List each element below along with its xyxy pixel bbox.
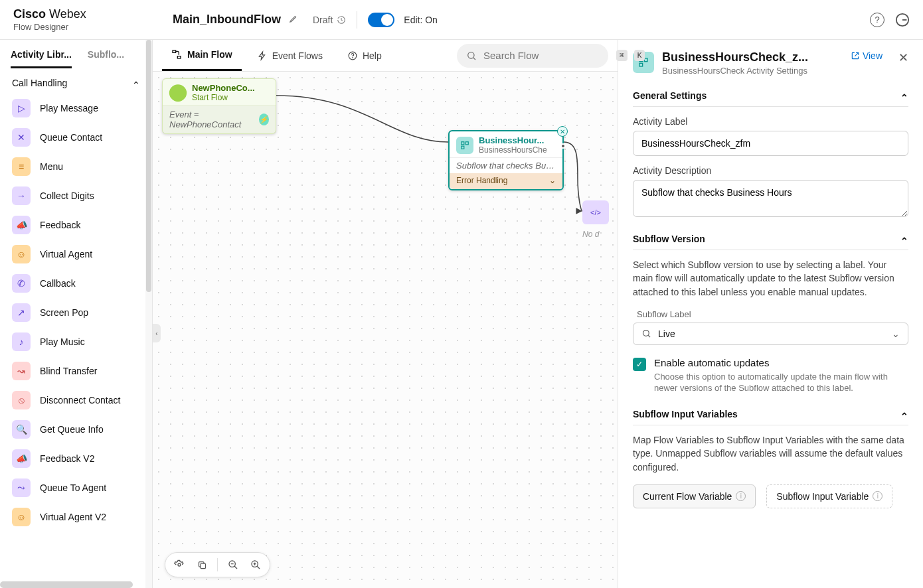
activity-icon: 🔍 bbox=[12, 420, 31, 439]
activity-icon: ⦸ bbox=[12, 391, 31, 409]
input-activity-label[interactable] bbox=[633, 131, 908, 156]
activity-item-play-message[interactable]: ▷Play Message bbox=[7, 94, 145, 123]
activity-item-play-music[interactable]: ♪Play Music bbox=[7, 327, 145, 356]
app-header: Cisco Webex Flow Designer Main_InboundFl… bbox=[0, 0, 923, 40]
start-node-subtitle: Start Flow bbox=[192, 93, 255, 102]
zoom-out-icon[interactable] bbox=[226, 557, 240, 572]
svg-rect-10 bbox=[201, 563, 206, 569]
activity-label: Virtual Agent V2 bbox=[40, 512, 106, 522]
input-activity-description[interactable] bbox=[633, 180, 908, 217]
svg-rect-15 bbox=[639, 63, 643, 66]
sidebar-scrollbar[interactable] bbox=[145, 40, 152, 588]
svg-point-9 bbox=[178, 563, 181, 566]
activity-icon: ☺ bbox=[12, 245, 31, 263]
sidebar-tab-activity-library[interactable]: Activity Libr... bbox=[11, 49, 72, 68]
activity-item-virtual-agent[interactable]: ☺Virtual Agent bbox=[7, 240, 145, 269]
subflow-version-desc: Select which Subflow version to use by s… bbox=[633, 258, 908, 299]
activity-item-feedback[interactable]: 📣Feedback bbox=[7, 210, 145, 240]
activity-item-queue-contact[interactable]: ✕Queue Contact bbox=[7, 123, 145, 152]
auto-updates-label: Enable automatic updates bbox=[654, 357, 908, 368]
activity-icon: 📣 bbox=[12, 449, 31, 468]
edit-name-icon[interactable] bbox=[289, 14, 298, 25]
activity-item-callback[interactable]: ✆Callback bbox=[7, 269, 145, 298]
start-event-label: Event = NewPhoneContact bbox=[169, 110, 259, 129]
svg-rect-2 bbox=[177, 56, 181, 58]
tab-event-flows[interactable]: Event Flows bbox=[248, 40, 332, 71]
activity-label: Get Queue Info bbox=[40, 424, 104, 435]
tab-main-flow[interactable]: Main Flow bbox=[162, 40, 242, 71]
draft-status: Draft bbox=[313, 15, 346, 25]
activity-icon: 📣 bbox=[12, 216, 31, 234]
chevron-up-icon bbox=[132, 78, 140, 88]
subflow-icon bbox=[456, 137, 473, 154]
label-subflow-label: Subflow Label bbox=[637, 309, 908, 319]
activity-label: Screen Pop bbox=[40, 307, 88, 318]
bh-node-description: Subflow that checks Busin... bbox=[450, 157, 562, 173]
label-activity-label: Activity Label bbox=[633, 116, 908, 127]
info-icon: i bbox=[873, 491, 882, 501]
zoom-in-icon[interactable] bbox=[248, 557, 263, 572]
close-panel-icon[interactable]: ✕ bbox=[898, 50, 908, 65]
current-flow-variable-button[interactable]: Current Flow Variablei bbox=[633, 484, 756, 508]
sidebar-h-scroll-thumb[interactable] bbox=[0, 581, 133, 588]
view-link[interactable]: View bbox=[851, 50, 882, 61]
svg-rect-6 bbox=[461, 141, 464, 144]
svg-rect-1 bbox=[173, 50, 176, 52]
svg-rect-7 bbox=[465, 141, 468, 144]
activity-item-screen-pop[interactable]: ↗Screen Pop bbox=[7, 298, 145, 327]
checkbox-auto-updates[interactable]: ✓ bbox=[633, 358, 646, 371]
node-http[interactable]: </> bbox=[582, 200, 609, 224]
tab-help[interactable]: Help bbox=[339, 40, 391, 71]
brand-bold: Cisco bbox=[13, 7, 46, 21]
chevron-up-icon bbox=[900, 90, 908, 101]
subflow-input-variable-button[interactable]: Subflow Input Variablei bbox=[766, 484, 892, 508]
activity-item-queue-to-agent[interactable]: ⤳Queue To Agent bbox=[7, 473, 145, 502]
activity-icon: ✆ bbox=[12, 274, 31, 293]
bh-node-title: BusinessHour... bbox=[479, 135, 547, 145]
activity-item-menu[interactable]: ≡Menu bbox=[7, 152, 145, 181]
error-handling-toggle[interactable]: Error Handling ⌄ bbox=[450, 173, 562, 189]
activity-label: Disconnect Contact bbox=[40, 395, 120, 405]
node-output-port[interactable] bbox=[560, 143, 566, 149]
activity-item-virtual-agent-v2[interactable]: ☺Virtual Agent V2 bbox=[7, 502, 145, 532]
section-call-handling[interactable]: Call Handling bbox=[0, 68, 152, 91]
section-subflow-input-variables[interactable]: Subflow Input Variables bbox=[633, 409, 908, 425]
activity-icon: ⤳ bbox=[12, 478, 31, 497]
flow-canvas-area: Main Flow Event Flows Help ⌘ K ‹ bbox=[153, 40, 618, 588]
copy-icon[interactable] bbox=[195, 557, 209, 572]
help-icon[interactable]: ? bbox=[870, 13, 884, 27]
bolt-badge-icon: ⚡ bbox=[259, 113, 269, 125]
delete-node-icon[interactable]: ✕ bbox=[557, 126, 568, 137]
label-activity-description: Activity Description bbox=[633, 165, 908, 176]
activity-item-feedback-v2[interactable]: 📣Feedback V2 bbox=[7, 444, 145, 473]
settings-icon[interactable] bbox=[172, 557, 187, 572]
activity-label: Blind Transfer bbox=[40, 366, 97, 376]
canvas[interactable]: ‹ NewPhoneCo... Start Flow Event = Ne bbox=[153, 72, 618, 588]
activity-item-blind-transfer[interactable]: ↝Blind Transfer bbox=[7, 356, 145, 386]
activity-label: Callback bbox=[40, 278, 76, 289]
activity-icon: ↗ bbox=[12, 303, 31, 322]
exit-icon[interactable] bbox=[895, 13, 910, 27]
activity-icon: ☺ bbox=[12, 508, 31, 526]
node-start-flow[interactable]: NewPhoneCo... Start Flow Event = NewPhon… bbox=[162, 78, 276, 134]
subflow-inputs-desc: Map Flow Variables to Subflow Input Vari… bbox=[633, 433, 908, 474]
select-subflow-label[interactable]: Live ⌄ bbox=[633, 323, 908, 345]
sidebar-tab-subflows[interactable]: Subflo... bbox=[88, 49, 124, 68]
activity-item-collect-digits[interactable]: →Collect Digits bbox=[7, 181, 145, 210]
chevron-down-icon: ⌄ bbox=[549, 176, 556, 185]
activity-label: Feedback bbox=[40, 220, 80, 230]
activity-item-disconnect-contact[interactable]: ⦸Disconnect Contact bbox=[7, 386, 145, 415]
search-icon bbox=[466, 50, 477, 61]
info-icon: i bbox=[736, 491, 746, 501]
collapse-sidebar-handle[interactable]: ‹ bbox=[153, 324, 161, 342]
search-flow[interactable]: ⌘ K bbox=[457, 44, 608, 68]
activity-label: Queue Contact bbox=[40, 132, 102, 143]
search-icon bbox=[641, 329, 651, 338]
edit-toggle[interactable] bbox=[368, 13, 394, 27]
section-general-settings[interactable]: General Settings bbox=[633, 90, 908, 107]
svg-point-16 bbox=[643, 331, 649, 336]
node-business-hours[interactable]: ✕ BusinessHour... BusinessHoursChe Subfl… bbox=[448, 130, 564, 190]
search-input[interactable] bbox=[483, 50, 610, 61]
section-subflow-version[interactable]: Subflow Version bbox=[633, 234, 908, 250]
activity-item-get-queue-info[interactable]: 🔍Get Queue Info bbox=[7, 415, 145, 444]
